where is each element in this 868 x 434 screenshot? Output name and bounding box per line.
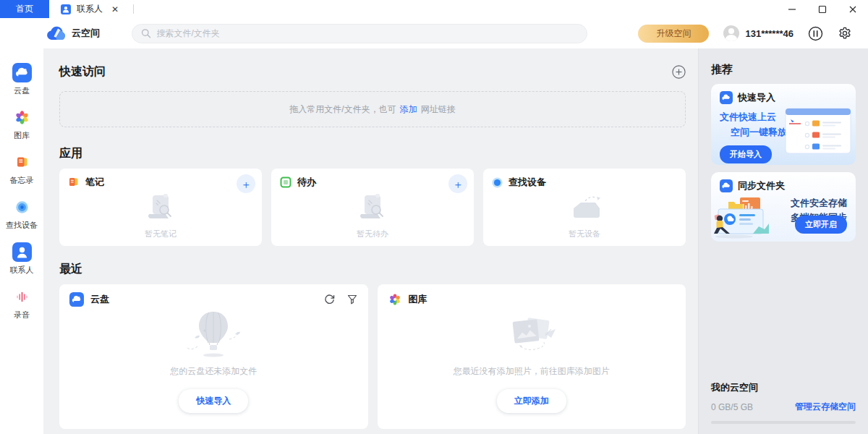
find-device-card-label: 查找设备: [509, 176, 546, 189]
storage-summary: 我的云空间 0 GB/5 GB 管理云存储空间: [711, 381, 856, 424]
storage-usage: 0 GB/5 GB: [711, 402, 753, 412]
sidebar: 云盘 图库 备忘录 查找设备 联系人 录音: [0, 48, 43, 434]
todo-icon: [280, 176, 292, 188]
search-icon: [141, 28, 151, 38]
notes-card-label: 笔记: [85, 176, 104, 189]
tab-separator: [133, 4, 134, 14]
content: 云盘 图库 备忘录 查找设备 联系人 录音: [0, 48, 868, 434]
drive-empty-text: 您的云盘还未添加文件: [170, 365, 257, 378]
start-import-button[interactable]: 开始导入: [720, 145, 772, 163]
app-title: 云空间: [72, 27, 100, 40]
quick-import-button[interactable]: 快速导入: [179, 389, 248, 413]
sidebar-item-label: 查找设备: [6, 220, 38, 231]
recent-row: 云盘 您的云盘还未添加文件 快速导入 图库: [59, 284, 686, 429]
recent-drive-card[interactable]: 云盘 您的云盘还未添加文件 快速导入: [59, 284, 368, 429]
recommend-title: 推荐: [711, 63, 856, 77]
header-actions: 升级空间 131******46: [638, 25, 852, 43]
recorder-icon: [12, 287, 32, 307]
account[interactable]: 131******46: [723, 25, 793, 41]
search-input[interactable]: [157, 28, 579, 38]
gallery-icon: [12, 108, 32, 127]
sidebar-item-find-device[interactable]: 查找设备: [6, 197, 38, 231]
todo-card[interactable]: 待办 ＋ 暂无待办: [271, 169, 474, 246]
notes-empty-state: 暂无笔记: [59, 190, 262, 239]
tab-close-icon[interactable]: ✕: [109, 3, 122, 16]
quick-import-promo-icon: [720, 91, 733, 104]
sidebar-item-recorder[interactable]: 录音: [12, 287, 32, 320]
quick-import-promo-title: 快速导入: [738, 91, 775, 104]
filter-icon[interactable]: [347, 294, 357, 305]
sync-illustration: [712, 195, 791, 239]
photos-illustration: [492, 309, 571, 362]
drive-card-icon: [69, 292, 84, 307]
transfer-pause-icon[interactable]: [808, 26, 823, 41]
apps-title: 应用: [59, 146, 686, 161]
sync-promo-line1: 文件安全存储: [791, 196, 847, 210]
contacts-icon: [12, 242, 32, 262]
cloud-space-logo-icon: [46, 26, 66, 41]
sidebar-item-contacts[interactable]: 联系人: [10, 242, 34, 276]
empty-device-illustration: [563, 194, 605, 224]
drive-icon: [12, 63, 32, 82]
sidebar-item-label: 图库: [14, 130, 30, 141]
sync-folder-promo-title: 同步文件夹: [738, 179, 785, 192]
contacts-tab-icon: [61, 4, 71, 14]
settings-gear-icon[interactable]: [838, 26, 852, 41]
avatar: [723, 25, 739, 41]
upgrade-space-button[interactable]: 升级空间: [638, 25, 709, 43]
gallery-card-icon: [388, 292, 402, 307]
sidebar-item-gallery[interactable]: 图库: [12, 108, 32, 141]
quick-access-add-icon[interactable]: [672, 65, 686, 79]
sync-folder-promo-card[interactable]: 同步文件夹 文件安全存储 多端智能同步 立即开启: [711, 172, 856, 242]
empty-note-illustration: [144, 194, 177, 224]
maximize-icon[interactable]: [807, 0, 838, 18]
tab-contacts[interactable]: 联系人 ✕: [49, 0, 127, 18]
apps-row: 笔记 ＋ 暂无笔记 待办 ＋ 暂无待办: [59, 169, 686, 246]
notes-empty-text: 暂无笔记: [145, 229, 176, 239]
cloud-space-window: 首页 联系人 ✕ 云空间 升级空间: [0, 0, 868, 434]
sync-folder-promo-icon: [720, 179, 733, 192]
recent-gallery-card[interactable]: 图库 您最近没有添加照片，前往图库添加图片 立即添加: [378, 284, 686, 429]
device-empty-text: 暂无设备: [569, 229, 600, 239]
sidebar-item-label: 云盘: [14, 85, 30, 96]
find-device-icon: [12, 197, 32, 217]
search-bar[interactable]: [132, 24, 587, 43]
manage-storage-link[interactable]: 管理云存储空间: [795, 401, 856, 413]
notes-card[interactable]: 笔记 ＋ 暂无笔记: [59, 169, 262, 246]
device-empty-state: 暂无设备: [483, 190, 686, 239]
find-device-card[interactable]: 查找设备 暂无设备: [483, 169, 686, 246]
sidebar-item-drive[interactable]: 云盘: [12, 63, 32, 96]
app-header: 云空间 升级空间 131******46: [0, 18, 868, 48]
file-window-illustration: [785, 108, 851, 156]
add-now-button[interactable]: 立即添加: [497, 389, 566, 413]
tab-home[interactable]: 首页: [0, 0, 49, 18]
quick-access-title: 快速访问: [59, 64, 106, 80]
upgrade-space-label: 升级空间: [656, 27, 691, 40]
storage-title: 我的云空间: [711, 381, 856, 394]
quick-import-promo-card[interactable]: 快速导入 文件快速上云 空间一键释放 开始导入: [711, 84, 856, 165]
gallery-empty-state: 您最近没有添加照片，前往图库添加图片 立即添加: [378, 309, 686, 429]
window-controls: [777, 0, 868, 18]
sidebar-item-label: 录音: [14, 310, 30, 320]
empty-todo-illustration: [356, 194, 389, 224]
minimize-icon[interactable]: [777, 0, 807, 18]
memo-icon: [12, 153, 32, 172]
sidebar-item-memo[interactable]: 备忘录: [10, 153, 34, 186]
add-url-link[interactable]: 添加: [400, 103, 417, 116]
quick-access-dropzone[interactable]: 拖入常用文件/文件夹，也可 添加 网址链接: [59, 91, 686, 127]
brand: 云空间: [46, 26, 100, 41]
sidebar-item-label: 联系人: [10, 265, 34, 276]
account-number: 131******46: [745, 28, 793, 39]
dropzone-hint: 拖入常用文件/文件夹，也可: [289, 103, 396, 116]
drive-empty-state: 您的云盘还未添加文件 快速导入: [59, 309, 368, 429]
recommend-panel: 推荐 快速导入 文件快速上云 空间一键释放 开始导入 同步文件夹 文件安全存储: [698, 48, 868, 434]
close-icon[interactable]: [838, 0, 868, 18]
tab-bar: 首页 联系人 ✕: [0, 0, 868, 18]
todo-card-label: 待办: [297, 176, 316, 189]
drive-card-label: 云盘: [90, 293, 109, 306]
enable-now-button[interactable]: 立即开启: [795, 216, 847, 234]
find-device-card-icon: [492, 177, 503, 188]
refresh-icon[interactable]: [324, 294, 335, 305]
sidebar-item-label: 备忘录: [10, 175, 34, 186]
balloon-illustration: [177, 309, 250, 362]
